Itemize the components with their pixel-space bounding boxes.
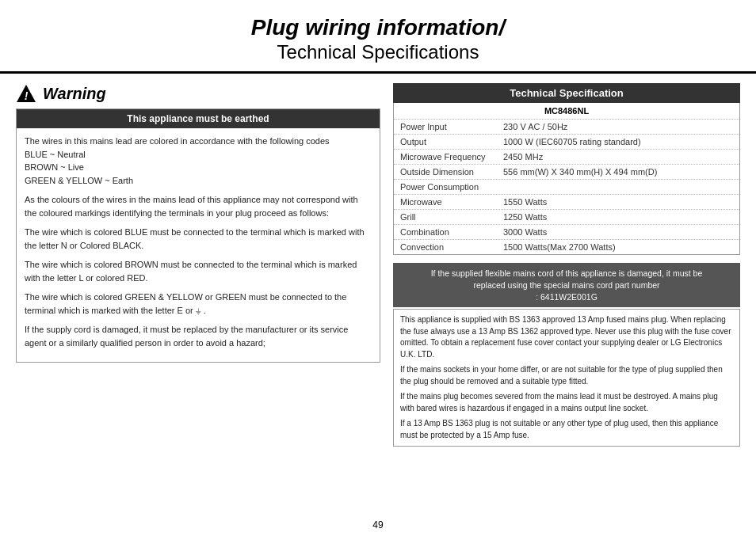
spec-value-power-consumption <box>497 180 739 194</box>
notice-para-4: If a 13 Amp BS 1363 plug is not suitable… <box>400 418 733 441</box>
warning-icon: ! <box>16 83 36 104</box>
page-header: Plug wiring information/ Technical Speci… <box>0 0 756 74</box>
tech-spec-header: Technical Specification <box>393 83 740 103</box>
spec-value-microwave-freq: 2450 MHz <box>497 150 739 164</box>
spec-value-dimension: 556 mm(W) X 340 mm(H) X 494 mm(D) <box>497 165 739 179</box>
warning-box: This appliance must be earthed The wires… <box>16 108 380 363</box>
warning-title: ! Warning <box>16 83 380 104</box>
spec-label-dimension: Outside Dimension <box>394 165 497 179</box>
warning-box-body: The wires in this mains lead are colored… <box>17 135 380 349</box>
spec-row-convection: Convection 1500 Watts(Max 2700 Watts) <box>394 240 739 254</box>
spec-row-power-input: Power Input 230 V AC / 50Hz <box>394 120 739 135</box>
page-footer: 49 <box>0 516 756 534</box>
spec-value-grill: 1250 Watts <box>497 210 739 224</box>
warning-para-1: The wires in this mains lead are colored… <box>25 135 372 187</box>
spec-label-microwave: Microwave <box>394 195 497 209</box>
spec-row-power-consumption: Power Consumption <box>394 180 739 195</box>
spec-row-microwave: Microwave 1550 Watts <box>394 195 739 210</box>
tech-spec-table: MC8486NL Power Input 230 V AC / 50Hz Out… <box>393 103 740 255</box>
spec-label-power-input: Power Input <box>394 120 497 134</box>
warning-para-6: If the supply cord is damaged, it must b… <box>25 323 372 349</box>
spec-value-microwave: 1550 Watts <box>497 195 739 209</box>
page-title-line1: Plug wiring information/ <box>0 14 756 41</box>
svg-text:!: ! <box>25 89 29 102</box>
spec-row-combination: Combination 3000 Watts <box>394 225 739 240</box>
warning-para-3: The wire which is colored BLUE must be c… <box>25 226 372 252</box>
spec-row-dimension: Outside Dimension 556 mm(W) X 340 mm(H) … <box>394 165 739 180</box>
spec-label-combination: Combination <box>394 225 497 239</box>
spec-model-row: MC8486NL <box>394 103 739 120</box>
spec-row-output: Output 1000 W (IEC60705 rating standard) <box>394 135 739 150</box>
warning-section: ! Warning This appliance must be earthed… <box>16 83 380 510</box>
spec-label-convection: Convection <box>394 240 497 254</box>
spec-label-output: Output <box>394 135 497 149</box>
warning-para-4: The wire which is colored BROWN must be … <box>25 258 372 284</box>
spec-row-grill: Grill 1250 Watts <box>394 210 739 225</box>
spec-row-microwave-freq: Microwave Frequency 2450 MHz <box>394 150 739 165</box>
notice-para-1: This appliance is supplied with BS 1363 … <box>400 314 733 360</box>
spec-label-microwave-freq: Microwave Frequency <box>394 150 497 164</box>
spec-label-power-consumption: Power Consumption <box>394 180 497 194</box>
notice-dark: If the supplied flexible mains cord of t… <box>393 263 740 307</box>
content-area: ! Warning This appliance must be earthed… <box>0 74 756 519</box>
page-number: 49 <box>372 519 383 530</box>
warning-label: Warning <box>43 85 106 103</box>
notice-para-3: If the mains plug becomes severed from t… <box>400 391 733 414</box>
warning-para-2: As the colours of the wires in the mains… <box>25 193 372 219</box>
warning-box-header: This appliance must be earthed <box>17 109 380 128</box>
page-title-line2: Technical Specifications <box>0 41 756 64</box>
spec-value-output: 1000 W (IEC60705 rating standard) <box>497 135 739 149</box>
warning-para-5: The wire which is colored GREEN & YELLOW… <box>25 291 372 317</box>
spec-value-combination: 3000 Watts <box>497 225 739 239</box>
notice-light: This appliance is supplied with BS 1363 … <box>393 309 740 447</box>
tech-spec-section: Technical Specification MC8486NL Power I… <box>393 83 740 510</box>
spec-value-power-input: 230 V AC / 50Hz <box>497 120 739 134</box>
spec-label-grill: Grill <box>394 210 497 224</box>
notice-para-2: If the mains sockets in your home differ… <box>400 364 733 387</box>
spec-value-convection: 1500 Watts(Max 2700 Watts) <box>497 240 739 254</box>
